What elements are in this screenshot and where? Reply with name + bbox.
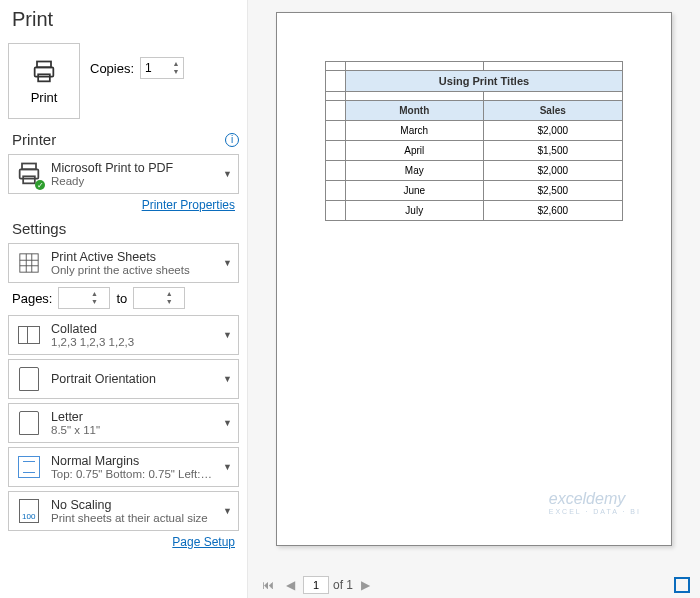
orientation-dropdown[interactable]: Portrait Orientation ▼ xyxy=(8,359,239,399)
grid-icon xyxy=(18,252,40,274)
table-row: July$2,600 xyxy=(326,201,623,221)
scope-sub: Only print the active sheets xyxy=(51,264,215,276)
prev-page-button[interactable]: ◀ xyxy=(282,576,299,594)
table-row: June$2,500 xyxy=(326,181,623,201)
margins-icon xyxy=(18,456,40,478)
scaling-sub: Print sheets at their actual size xyxy=(51,512,215,524)
margins-title: Normal Margins xyxy=(51,454,215,468)
page-icon xyxy=(19,411,39,435)
chevron-down-icon: ▼ xyxy=(223,418,232,428)
settings-section-header: Settings xyxy=(12,220,66,237)
status-ready-icon: ✓ xyxy=(35,180,45,190)
chevron-down-icon: ▼ xyxy=(223,506,232,516)
pages-to-input[interactable] xyxy=(134,291,162,305)
paper-title: Letter xyxy=(51,410,215,424)
copies-input[interactable] xyxy=(141,61,169,75)
svg-rect-2 xyxy=(38,74,50,81)
chevron-down-icon: ▼ xyxy=(223,169,232,179)
zoom-to-page-icon[interactable] xyxy=(674,577,690,593)
copies-label: Copies: xyxy=(90,61,134,76)
current-page-input[interactable] xyxy=(303,576,329,594)
table-row: March$2,000 xyxy=(326,121,623,141)
table-title: Using Print Titles xyxy=(346,71,623,92)
next-page-button[interactable]: ▶ xyxy=(357,576,374,594)
page-setup-link[interactable]: Page Setup xyxy=(8,535,235,549)
margins-sub: Top: 0.75" Bottom: 0.75" Left:… xyxy=(51,468,215,480)
pages-to-stepper[interactable]: ▲▼ xyxy=(133,287,185,309)
chevron-down-icon: ▼ xyxy=(223,374,232,384)
scope-title: Print Active Sheets xyxy=(51,250,215,264)
portrait-icon xyxy=(19,367,39,391)
pages-label: Pages: xyxy=(12,291,52,306)
page-title: Print xyxy=(8,8,239,31)
scaling-title: No Scaling xyxy=(51,498,215,512)
scaling-icon: 100 xyxy=(19,499,39,523)
info-icon[interactable]: i xyxy=(225,133,239,147)
printer-name: Microsoft Print to PDF xyxy=(51,161,215,175)
chevron-down-icon: ▼ xyxy=(223,330,232,340)
pages-from-stepper[interactable]: ▲▼ xyxy=(58,287,110,309)
print-button[interactable]: Print xyxy=(8,43,80,119)
first-page-button[interactable]: ⏮ xyxy=(258,576,278,594)
watermark: exceldemy EXCEL · DATA · BI xyxy=(549,490,641,515)
orientation-title: Portrait Orientation xyxy=(51,372,215,386)
chevron-down-icon: ▼ xyxy=(223,462,232,472)
print-button-label: Print xyxy=(31,90,58,105)
collate-icon xyxy=(18,326,40,344)
col-header-0: Month xyxy=(346,101,484,121)
page-preview: Using Print Titles MonthSales March$2,00… xyxy=(276,12,672,546)
svg-rect-6 xyxy=(20,254,38,272)
collate-dropdown[interactable]: Collated 1,2,3 1,2,3 1,2,3 ▼ xyxy=(8,315,239,355)
pages-from-input[interactable] xyxy=(59,291,87,305)
copies-down[interactable]: ▼ xyxy=(169,68,183,76)
copies-stepper[interactable]: ▲▼ xyxy=(140,57,184,79)
table-row: May$2,000 xyxy=(326,161,623,181)
print-settings-panel: Print Print Copies: ▲▼ Printer i xyxy=(0,0,248,598)
page-total: of 1 xyxy=(333,578,353,592)
col-header-1: Sales xyxy=(483,101,623,121)
svg-rect-3 xyxy=(22,164,36,170)
paper-size-dropdown[interactable]: Letter 8.5" x 11" ▼ xyxy=(8,403,239,443)
print-scope-dropdown[interactable]: Print Active Sheets Only print the activ… xyxy=(8,243,239,283)
preview-panel: Using Print Titles MonthSales March$2,00… xyxy=(248,0,700,598)
printer-status-text: Ready xyxy=(51,175,215,187)
printer-dropdown[interactable]: ✓ Microsoft Print to PDF Ready ▼ xyxy=(8,154,239,194)
printer-properties-link[interactable]: Printer Properties xyxy=(8,198,235,212)
printer-section-header: Printer xyxy=(12,131,56,148)
printer-icon xyxy=(30,58,58,86)
pager: ⏮ ◀ of 1 ▶ xyxy=(248,572,700,598)
collate-sub: 1,2,3 1,2,3 1,2,3 xyxy=(51,336,215,348)
chevron-down-icon: ▼ xyxy=(223,258,232,268)
copies-up[interactable]: ▲ xyxy=(169,60,183,68)
paper-sub: 8.5" x 11" xyxy=(51,424,215,436)
collate-title: Collated xyxy=(51,322,215,336)
preview-table: Using Print Titles MonthSales March$2,00… xyxy=(325,61,623,221)
table-row: April$1,500 xyxy=(326,141,623,161)
svg-rect-5 xyxy=(23,176,35,183)
pages-to-label: to xyxy=(116,291,127,306)
scaling-dropdown[interactable]: 100 No Scaling Print sheets at their act… xyxy=(8,491,239,531)
margins-dropdown[interactable]: Normal Margins Top: 0.75" Bottom: 0.75" … xyxy=(8,447,239,487)
